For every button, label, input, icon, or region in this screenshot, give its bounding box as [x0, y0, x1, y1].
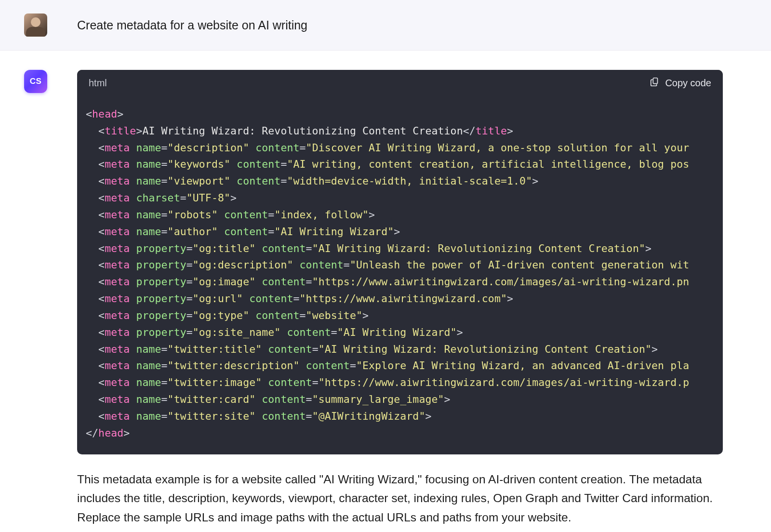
assistant-explanation-text: This metadata example is for a website c… [77, 470, 723, 527]
code-og-title: AI Writing Wizard: Revolutionizing Conte… [319, 242, 639, 254]
code-tw-card: summary_large_image [319, 393, 438, 405]
assistant-avatar: CS [24, 70, 47, 93]
code-og-sitename: AI Writing Wizard [344, 326, 451, 338]
user-message-row: Create metadata for a website on AI writ… [0, 0, 771, 51]
code-tw-image: https://www.aiwritingwizard.com/images/a… [325, 376, 690, 388]
assistant-message-row: CS html Copy code <head> <title>AI Writi… [0, 51, 771, 527]
code-meta-description: Discover AI Writing Wizard, a one-stop s… [312, 142, 690, 154]
code-og-image: https://www.aiwritingwizard.com/images/a… [319, 276, 690, 288]
code-body: <head> <title>AI Writing Wizard: Revolut… [77, 96, 723, 454]
code-meta-keywords: AI writing, content creation, artificial… [293, 158, 690, 170]
code-meta-robots: index, follow [280, 209, 362, 221]
code-meta-viewport: width=device-width, initial-scale=1.0 [293, 175, 526, 187]
code-block: html Copy code <head> <title>AI Writing … [77, 70, 723, 454]
code-tw-title: AI Writing Wizard: Revolutionizing Conte… [325, 343, 645, 355]
clipboard-icon [650, 77, 660, 90]
code-og-url: https://www.aiwritingwizard.com [306, 293, 501, 305]
copy-code-label: Copy code [665, 78, 711, 89]
user-avatar [24, 13, 47, 37]
assistant-content: html Copy code <head> <title>AI Writing … [77, 70, 747, 527]
code-og-type: website [312, 309, 356, 321]
code-language-label: html [89, 78, 107, 89]
code-tw-description: Explore AI Writing Wizard, an advanced A… [362, 359, 689, 372]
code-og-description: Unleash the power of AI-driven content g… [356, 259, 689, 271]
copy-code-button[interactable]: Copy code [650, 77, 711, 90]
code-tw-site: @AIWritingWizard [319, 410, 419, 422]
code-title-text: AI Writing Wizard: Revolutionizing Conte… [142, 125, 463, 137]
code-meta-author: AI Writing Wizard [280, 226, 387, 238]
code-header: html Copy code [77, 70, 723, 96]
code-meta-charset: UTF-8 [193, 192, 224, 204]
user-prompt-text: Create metadata for a website on AI writ… [77, 18, 307, 32]
svg-rect-0 [653, 78, 658, 84]
